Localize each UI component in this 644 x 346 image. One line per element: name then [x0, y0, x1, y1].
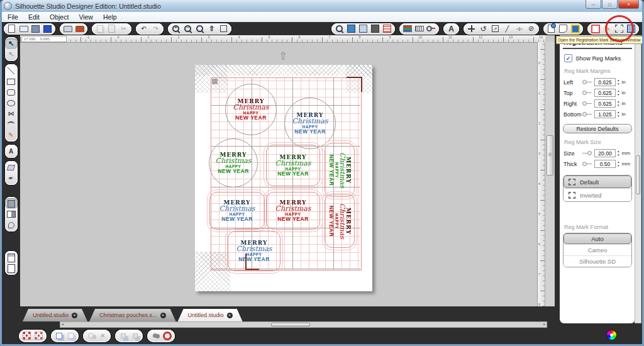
move-button[interactable] [465, 24, 477, 34]
tab-close-icon[interactable]: ✕ [160, 313, 166, 318]
spin-down-icon[interactable]: ▼ [617, 104, 619, 107]
line-style-button[interactable] [413, 24, 425, 34]
page-layout-2-button[interactable] [5, 263, 18, 274]
zoom-drag-button[interactable]: ⇧ [206, 24, 218, 34]
page-setup-button[interactable] [345, 24, 357, 34]
margin-left-stepper[interactable]: ▲▼ [617, 79, 619, 86]
fill-color-button[interactable] [401, 24, 413, 34]
print-button[interactable] [62, 24, 74, 34]
select-all-button[interactable] [21, 331, 33, 341]
modify-button[interactable]: ⊘ [525, 24, 537, 34]
edit-points-tool[interactable]: ↖ [5, 49, 18, 60]
spin-down-icon[interactable]: ▼ [617, 93, 619, 96]
save-button[interactable] [30, 24, 42, 34]
format-option-silhouette-sd[interactable]: Silhouette SD [564, 255, 631, 267]
cut-settings-button[interactable] [545, 24, 557, 34]
margin-top-input[interactable] [594, 89, 616, 97]
menu-help[interactable]: Help [98, 13, 122, 21]
spin-down-icon[interactable]: ▼ [617, 164, 619, 167]
ungroup-button[interactable] [129, 331, 141, 341]
tab-untitled-2-active[interactable]: Untitled.studio ✕ [178, 309, 243, 321]
margin-top-stepper[interactable]: ▲▼ [617, 89, 619, 96]
weld-button[interactable] [149, 331, 161, 341]
scale-button[interactable]: ↗ [489, 24, 501, 34]
corner-page-button[interactable] [557, 24, 569, 34]
panel-scrollbar-thumb[interactable] [636, 155, 640, 194]
offset-button[interactable] [161, 331, 173, 341]
rounded-rectangle-tool[interactable] [5, 87, 18, 98]
margin-left-input[interactable] [594, 78, 616, 86]
design-badge-vertical-green[interactable]: MERRY Christmas HAPPY NEW YEAR [325, 143, 355, 197]
style-option-inverted[interactable]: Inverted [564, 188, 631, 201]
margin-bottom-slider[interactable] [582, 114, 592, 114]
fit-page-button[interactable] [218, 24, 230, 34]
text-style-button[interactable]: A [445, 24, 457, 34]
panel-scrollbar[interactable] [635, 35, 641, 323]
design-badge-scallop-red[interactable]: MERRY Christmas HAPPY NEW YEAR [266, 192, 320, 230]
design-badge-vertical-red[interactable]: MERRY Christmas HAPPY NEW YEAR [325, 194, 355, 248]
grid-settings-button[interactable] [357, 24, 369, 34]
design-badge-circle-green[interactable]: MERRY Christmas HAPPY NEW YEAR [209, 138, 258, 187]
save-as-button[interactable] [42, 24, 53, 34]
zoom-select-button[interactable] [194, 24, 206, 34]
copy-button[interactable] [94, 24, 106, 34]
eraser-tool[interactable] [5, 162, 18, 173]
vertical-scrollbar[interactable]: ▾ [545, 42, 555, 321]
freehand-tool[interactable]: ✎ [5, 130, 18, 140]
horizontal-scrollbar[interactable]: ◂ ▸ [60, 321, 547, 328]
margin-right-stepper[interactable]: ▲▼ [617, 100, 619, 107]
new-document-button[interactable] [6, 24, 18, 34]
horizontal-scrollbar-thumb[interactable] [271, 323, 310, 326]
media-button[interactable] [381, 24, 393, 34]
format-option-auto[interactable]: Auto [564, 233, 631, 244]
rotate-button[interactable]: ↺ [477, 24, 489, 34]
spin-down-icon[interactable]: ▼ [617, 153, 619, 157]
margin-top-slider[interactable] [582, 92, 592, 93]
margin-bottom-stepper[interactable]: ▲▼ [617, 111, 619, 118]
curve-tool[interactable] [5, 119, 18, 130]
mirror-button[interactable]: ◁▷ [513, 24, 525, 34]
trace-tool[interactable] [5, 220, 18, 230]
design-badge-circle-blue[interactable]: MERRY Christmas HAPPY NEW YEAR [284, 98, 336, 149]
page-layout-1-button[interactable] [5, 252, 18, 263]
maximize-button[interactable]: ▢ [602, 0, 618, 9]
deselect-all-button[interactable] [33, 331, 45, 341]
size-slider[interactable] [582, 153, 592, 153]
spin-down-icon[interactable]: ▼ [617, 82, 619, 86]
design-page-button[interactable] [333, 24, 345, 34]
delete-button[interactable]: ✕ [97, 331, 109, 341]
scroll-left-icon[interactable]: ◂ [62, 322, 64, 326]
undo-button[interactable]: ↶ [138, 24, 150, 34]
design-badge-scallop-blue[interactable]: MERRY Christmas HAPPY NEW YEAR [209, 192, 265, 230]
format-option-cameo[interactable]: Cameo [564, 244, 631, 255]
cutting-mat-button[interactable] [369, 24, 381, 34]
polygon-tool[interactable]: ⋈ [5, 108, 18, 119]
send-to-back-button[interactable] [65, 331, 77, 341]
restore-defaults-button[interactable]: Restore Defaults [563, 124, 632, 133]
tab-untitled-1[interactable]: Untitled.studio ✕ [23, 309, 87, 321]
thick-input[interactable] [594, 160, 616, 168]
style-option-default[interactable]: Default [564, 176, 631, 188]
tab-christmas-pouches[interactable]: Christmas pouches.s... ✕ [89, 309, 176, 321]
line-tool[interactable] [5, 65, 18, 76]
margin-right-input[interactable] [594, 99, 616, 108]
tab-close-icon[interactable]: ✕ [227, 313, 233, 318]
redo-button[interactable]: ↷ [150, 24, 162, 34]
thick-slider[interactable] [582, 164, 592, 164]
select-tool[interactable]: ↖ [5, 38, 18, 49]
show-reg-marks-checkbox[interactable]: ✓ [564, 54, 572, 62]
minimize-button[interactable]: — [586, 0, 601, 9]
shear-button[interactable]: ╱ [501, 24, 513, 34]
zoom-in-button[interactable]: + [170, 24, 182, 34]
print-color-button[interactable] [74, 24, 86, 34]
menu-object[interactable]: Object [45, 13, 74, 21]
scroll-right-icon[interactable]: ▸ [543, 322, 545, 326]
group-button[interactable] [117, 331, 129, 341]
text-tool[interactable]: A [5, 146, 18, 157]
margin-left-slider[interactable] [582, 82, 592, 82]
fill-page-window-button[interactable] [569, 24, 581, 34]
rectangle-tool[interactable] [5, 76, 18, 87]
design-badge-scallop-blue-2[interactable]: MERRY Christmas HAPPY NEW YEAR [228, 231, 280, 271]
close-button[interactable]: ✕ [618, 0, 639, 9]
canvas-area[interactable]: 17.090 3.095 -2-101234567891011121314 ⇧ … [20, 35, 555, 321]
